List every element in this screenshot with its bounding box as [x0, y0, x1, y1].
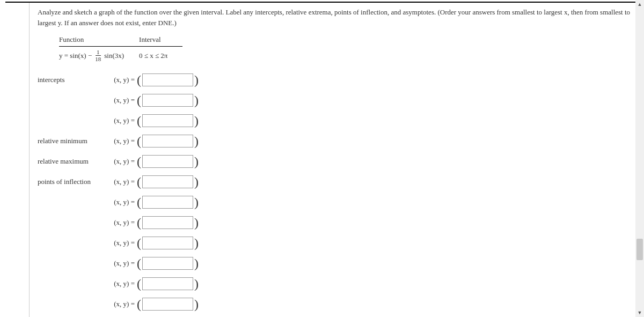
function-header: Function — [59, 33, 139, 47]
inflection-row-3: (x, y) = ( ) — [38, 215, 639, 231]
open-paren: ( — [137, 298, 141, 311]
xy-label: (x, y) = — [110, 218, 137, 227]
open-paren: ( — [137, 135, 141, 148]
instructions-text: Analyze and sketch a graph of the functi… — [35, 7, 639, 28]
close-paren: ) — [194, 277, 199, 290]
close-paren: ) — [194, 257, 199, 270]
xy-label: (x, y) = — [110, 279, 137, 288]
intercept-row-1: intercepts (x, y) = ( ) — [38, 72, 639, 88]
xy-label: (x, y) = — [110, 137, 137, 145]
fraction: 1 18 — [94, 49, 102, 62]
open-paren: ( — [137, 114, 141, 127]
xy-label: (x, y) = — [110, 300, 137, 308]
inflection-row-2: (x, y) = ( ) — [38, 194, 639, 210]
xy-label: (x, y) = — [110, 259, 137, 268]
rel-min-row: relative minimum (x, y) = ( ) — [38, 133, 639, 149]
close-paren: ) — [194, 135, 199, 148]
close-paren: ) — [194, 73, 199, 86]
close-paren: ) — [194, 175, 199, 188]
rel-max-input[interactable] — [142, 155, 193, 168]
rel-min-input[interactable] — [142, 135, 193, 148]
func-prefix: y = sin(x) − — [59, 51, 92, 60]
close-paren: ) — [194, 94, 199, 107]
inflection-label: points of inflection — [38, 178, 110, 186]
rel-max-label: relative maximum — [38, 157, 110, 166]
fraction-denominator: 18 — [94, 56, 102, 62]
close-paren: ) — [194, 298, 199, 311]
question-container: Analyze and sketch a graph of the functi… — [5, 2, 639, 317]
interval-header: Interval — [139, 33, 182, 47]
xy-label: (x, y) = — [110, 76, 137, 84]
close-paren: ) — [194, 237, 199, 249]
inflection-input-3[interactable] — [142, 216, 193, 229]
xy-label: (x, y) = — [110, 96, 137, 105]
rel-min-label: relative minimum — [38, 137, 110, 145]
scroll-down-icon[interactable]: ▼ — [635, 308, 644, 317]
inflection-row-6: (x, y) = ( ) — [38, 276, 639, 292]
open-paren: ( — [137, 155, 141, 168]
open-paren: ( — [137, 277, 141, 290]
fraction-numerator: 1 — [96, 49, 101, 56]
close-paren: ) — [194, 155, 199, 168]
scroll-thumb[interactable] — [636, 239, 643, 260]
open-paren: ( — [137, 196, 141, 209]
inflection-row-1: points of inflection (x, y) = ( ) — [38, 174, 639, 190]
inflection-input-2[interactable] — [142, 196, 193, 209]
interval-value: 0 ≤ x ≤ 2π — [139, 47, 182, 65]
xy-label: (x, y) = — [110, 239, 137, 247]
answers-block: intercepts (x, y) = ( ) (x, y) = ( ) (x,… — [35, 72, 639, 312]
xy-label: (x, y) = — [110, 116, 137, 125]
open-paren: ( — [137, 257, 141, 270]
inflection-row-5: (x, y) = ( ) — [38, 255, 639, 271]
function-interval-table: Function Interval y = sin(x) − 1 18 sin(… — [35, 33, 639, 65]
scrollbar[interactable]: ▲ ▼ — [635, 0, 644, 317]
close-paren: ) — [194, 196, 199, 209]
xy-label: (x, y) = — [110, 198, 137, 207]
inflection-input-1[interactable] — [142, 175, 193, 188]
inflection-input-4[interactable] — [142, 237, 193, 249]
xy-label: (x, y) = — [110, 178, 137, 186]
inflection-row-4: (x, y) = ( ) — [38, 235, 639, 251]
intercept-input-2[interactable] — [142, 94, 193, 107]
xy-label: (x, y) = — [110, 157, 137, 166]
inflection-row-7: (x, y) = ( ) — [38, 296, 639, 312]
open-paren: ( — [137, 175, 141, 188]
inflection-input-5[interactable] — [142, 257, 193, 270]
open-paren: ( — [137, 216, 141, 229]
scroll-up-icon[interactable]: ▲ — [635, 0, 644, 9]
open-paren: ( — [137, 94, 141, 107]
intercept-row-2: (x, y) = ( ) — [38, 92, 639, 108]
intercept-input-3[interactable] — [142, 114, 193, 127]
close-paren: ) — [194, 114, 199, 127]
left-divider — [29, 3, 30, 317]
inflection-input-6[interactable] — [142, 277, 193, 290]
open-paren: ( — [137, 237, 141, 249]
func-suffix: sin(3x) — [104, 51, 124, 60]
function-expression: y = sin(x) − 1 18 sin(3x) — [59, 47, 139, 65]
intercepts-label: intercepts — [38, 76, 110, 84]
open-paren: ( — [137, 73, 141, 86]
close-paren: ) — [194, 216, 199, 229]
rel-max-row: relative maximum (x, y) = ( ) — [38, 153, 639, 169]
inflection-input-7[interactable] — [142, 298, 193, 311]
intercept-input-1[interactable] — [142, 73, 193, 86]
intercept-row-3: (x, y) = ( ) — [38, 113, 639, 129]
